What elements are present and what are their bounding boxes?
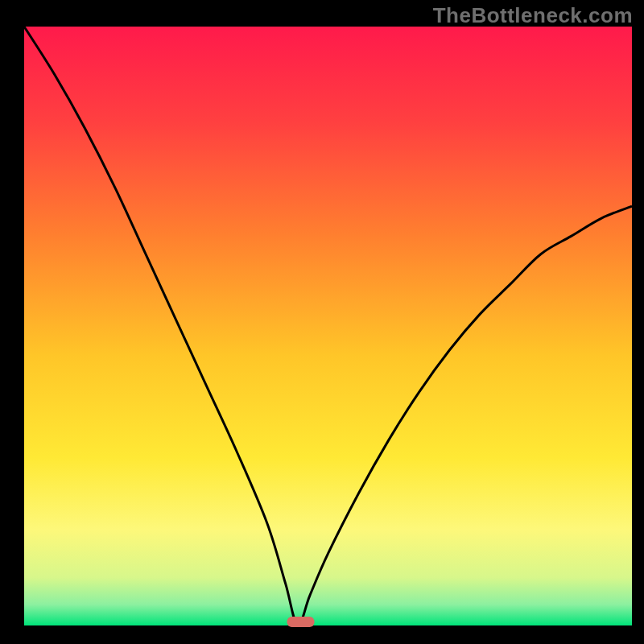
bottleneck-chart: [0, 0, 644, 644]
minimum-marker: [287, 617, 315, 627]
chart-frame: TheBottleneck.com: [0, 0, 644, 644]
plot-background: [24, 27, 632, 625]
watermark-text: TheBottleneck.com: [433, 3, 633, 28]
